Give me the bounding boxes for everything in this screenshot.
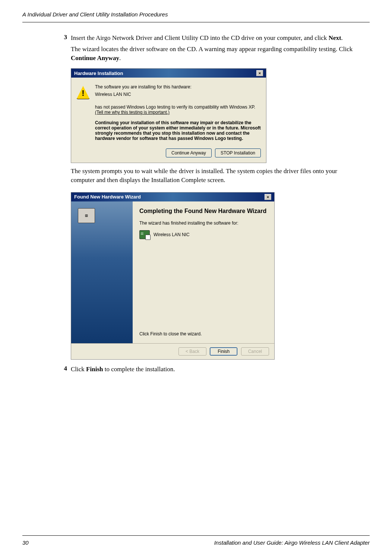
dialog1-buttons: Continue Anyway STOP Installation (71, 148, 266, 163)
continue-anyway-button[interactable]: Continue Anyway (166, 148, 212, 157)
page-number: 30 (22, 539, 29, 546)
dialog1-titlebar: Hardware Installation × (71, 69, 266, 78)
dialog1-testing-link[interactable]: (Tell me why this testing is important.) (95, 110, 170, 115)
dialog1-line1: The software you are installing for this… (95, 84, 261, 90)
dialog1-body: The software you are installing for this… (71, 78, 266, 148)
step3-para: The wizard locates the driver software o… (71, 45, 362, 63)
dialog1-line2: has not passed Windows Logo testing to v… (95, 104, 261, 115)
step-number: 3 (60, 34, 67, 66)
close-icon[interactable]: × (256, 70, 263, 76)
footer-right: Installation and User Guide: Airgo Wirel… (214, 539, 370, 546)
dialog1-device: Wireless LAN NIC (95, 92, 261, 97)
wizard-finish-text: Click Finish to close the wizard. (139, 331, 202, 337)
dialog1-text: The software you are installing for this… (95, 84, 261, 143)
dialog2-titlebar: Found New Hardware Wizard × (71, 193, 274, 201)
step4-text-1: Click (71, 366, 86, 373)
step4-bold-1: Finish (86, 366, 103, 373)
header-left: A Individual Driver and Client Utility I… (22, 11, 168, 18)
step3-para-1: The wizard locates the driver software o… (71, 46, 353, 53)
wizard-side-icon: ⊞ (78, 208, 95, 223)
close-icon[interactable]: × (265, 194, 271, 200)
network-card-icon (139, 230, 150, 239)
step4-text-2: to complete the installation. (103, 366, 175, 373)
page-content: 3 Insert the Airgo Network Driver and Cl… (22, 34, 370, 374)
wizard-device-row: Wireless LAN NIC (139, 230, 268, 239)
step-number: 4 (60, 365, 67, 374)
dialog1-title: Hardware Installation (74, 71, 123, 76)
hardware-installation-dialog: Hardware Installation × The software you… (71, 68, 266, 163)
between-paragraph: The system prompts you to wait while the… (71, 167, 362, 185)
wizard-side-graphic: ⊞ (71, 201, 133, 343)
stop-installation-button[interactable]: STOP Installation (215, 148, 261, 157)
page-footer: 30 Installation and User Guide: Airgo Wi… (22, 535, 370, 546)
finish-button[interactable]: Finish (210, 347, 237, 356)
found-new-hardware-wizard-dialog: Found New Hardware Wizard × ⊞ Completing… (71, 192, 275, 360)
page-header: A Individual Driver and Client Utility I… (22, 11, 370, 22)
dialog2-body: ⊞ Completing the Found New Hardware Wiza… (71, 201, 274, 343)
wizard-line1: The wizard has finished installing the s… (139, 220, 268, 226)
cancel-button: Cancel (241, 347, 269, 356)
wizard-heading: Completing the Found New Hardware Wizard (139, 207, 268, 215)
step-text: Click Finish to complete the installatio… (71, 365, 362, 374)
step-4: 4 Click Finish to complete the installat… (60, 365, 362, 374)
step3-para-2: . (119, 54, 121, 62)
wizard-device-name: Wireless LAN NIC (154, 232, 190, 237)
step3-text-2: . (341, 34, 343, 41)
dialog1-line2a: has not passed Windows Logo testing to v… (95, 104, 255, 110)
wizard-main: Completing the Found New Hardware Wizard… (133, 201, 274, 343)
dialog2-title: Found New Hardware Wizard (74, 194, 141, 200)
step-3: 3 Insert the Airgo Network Driver and Cl… (60, 34, 362, 66)
step3-text-1: Insert the Airgo Network Driver and Clie… (71, 34, 329, 41)
step3-bold-1: Next (329, 34, 341, 41)
step3-para-bold: Continue Anyway (71, 54, 119, 62)
dialog1-bold-warning: Continuing your installation of this sof… (95, 120, 261, 141)
warning-icon (76, 86, 90, 99)
step-text: Insert the Airgo Network Driver and Clie… (71, 34, 362, 66)
dialog2-buttons: < Back Finish Cancel (71, 343, 274, 359)
back-button: < Back (178, 347, 206, 356)
